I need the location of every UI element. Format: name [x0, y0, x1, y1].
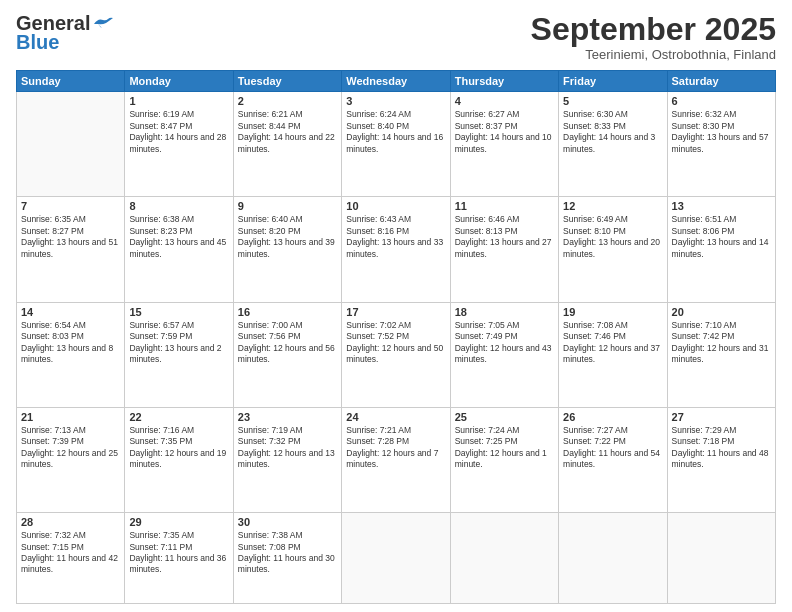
cell-details: Sunrise: 7:05 AMSunset: 7:49 PMDaylight:… — [455, 320, 554, 366]
calendar-cell: 19Sunrise: 7:08 AMSunset: 7:46 PMDayligh… — [559, 302, 667, 407]
cell-details: Sunrise: 6:43 AMSunset: 8:16 PMDaylight:… — [346, 214, 445, 260]
calendar-cell: 14Sunrise: 6:54 AMSunset: 8:03 PMDayligh… — [17, 302, 125, 407]
calendar-cell: 16Sunrise: 7:00 AMSunset: 7:56 PMDayligh… — [233, 302, 341, 407]
weekday-header-thursday: Thursday — [450, 71, 558, 92]
cell-details: Sunrise: 6:51 AMSunset: 8:06 PMDaylight:… — [672, 214, 771, 260]
day-number: 13 — [672, 200, 771, 212]
day-number: 22 — [129, 411, 228, 423]
calendar-cell: 1Sunrise: 6:19 AMSunset: 8:47 PMDaylight… — [125, 92, 233, 197]
week-row-5: 28Sunrise: 7:32 AMSunset: 7:15 PMDayligh… — [17, 513, 776, 604]
week-row-4: 21Sunrise: 7:13 AMSunset: 7:39 PMDayligh… — [17, 407, 776, 512]
calendar-cell: 18Sunrise: 7:05 AMSunset: 7:49 PMDayligh… — [450, 302, 558, 407]
title-area: September 2025 Teeriniemi, Ostrobothnia,… — [531, 12, 776, 62]
day-number: 3 — [346, 95, 445, 107]
day-number: 11 — [455, 200, 554, 212]
calendar-cell: 27Sunrise: 7:29 AMSunset: 7:18 PMDayligh… — [667, 407, 775, 512]
cell-details: Sunrise: 6:35 AMSunset: 8:27 PMDaylight:… — [21, 214, 120, 260]
day-number: 4 — [455, 95, 554, 107]
calendar-cell: 26Sunrise: 7:27 AMSunset: 7:22 PMDayligh… — [559, 407, 667, 512]
cell-details: Sunrise: 6:54 AMSunset: 8:03 PMDaylight:… — [21, 320, 120, 366]
cell-details: Sunrise: 6:19 AMSunset: 8:47 PMDaylight:… — [129, 109, 228, 155]
cell-details: Sunrise: 7:38 AMSunset: 7:08 PMDaylight:… — [238, 530, 337, 576]
day-number: 5 — [563, 95, 662, 107]
calendar-cell — [667, 513, 775, 604]
weekday-header-saturday: Saturday — [667, 71, 775, 92]
calendar-cell — [17, 92, 125, 197]
calendar-cell: 29Sunrise: 7:35 AMSunset: 7:11 PMDayligh… — [125, 513, 233, 604]
cell-details: Sunrise: 7:16 AMSunset: 7:35 PMDaylight:… — [129, 425, 228, 471]
day-number: 29 — [129, 516, 228, 528]
day-number: 28 — [21, 516, 120, 528]
day-number: 8 — [129, 200, 228, 212]
calendar-cell: 23Sunrise: 7:19 AMSunset: 7:32 PMDayligh… — [233, 407, 341, 512]
calendar-cell: 28Sunrise: 7:32 AMSunset: 7:15 PMDayligh… — [17, 513, 125, 604]
cell-details: Sunrise: 6:40 AMSunset: 8:20 PMDaylight:… — [238, 214, 337, 260]
logo-bird-icon — [92, 16, 114, 32]
logo-blue: Blue — [16, 31, 59, 54]
day-number: 18 — [455, 306, 554, 318]
calendar-cell: 13Sunrise: 6:51 AMSunset: 8:06 PMDayligh… — [667, 197, 775, 302]
cell-details: Sunrise: 6:24 AMSunset: 8:40 PMDaylight:… — [346, 109, 445, 155]
cell-details: Sunrise: 6:32 AMSunset: 8:30 PMDaylight:… — [672, 109, 771, 155]
page: General Blue September 2025 Teeriniemi, … — [0, 0, 792, 612]
day-number: 19 — [563, 306, 662, 318]
day-number: 16 — [238, 306, 337, 318]
week-row-2: 7Sunrise: 6:35 AMSunset: 8:27 PMDaylight… — [17, 197, 776, 302]
weekday-header-wednesday: Wednesday — [342, 71, 450, 92]
day-number: 14 — [21, 306, 120, 318]
cell-details: Sunrise: 7:02 AMSunset: 7:52 PMDaylight:… — [346, 320, 445, 366]
calendar-cell — [450, 513, 558, 604]
calendar-cell: 25Sunrise: 7:24 AMSunset: 7:25 PMDayligh… — [450, 407, 558, 512]
day-number: 24 — [346, 411, 445, 423]
calendar-cell: 4Sunrise: 6:27 AMSunset: 8:37 PMDaylight… — [450, 92, 558, 197]
calendar-cell: 12Sunrise: 6:49 AMSunset: 8:10 PMDayligh… — [559, 197, 667, 302]
calendar-cell: 7Sunrise: 6:35 AMSunset: 8:27 PMDaylight… — [17, 197, 125, 302]
day-number: 9 — [238, 200, 337, 212]
weekday-header-friday: Friday — [559, 71, 667, 92]
cell-details: Sunrise: 7:19 AMSunset: 7:32 PMDaylight:… — [238, 425, 337, 471]
day-number: 15 — [129, 306, 228, 318]
calendar-cell: 21Sunrise: 7:13 AMSunset: 7:39 PMDayligh… — [17, 407, 125, 512]
calendar-cell: 20Sunrise: 7:10 AMSunset: 7:42 PMDayligh… — [667, 302, 775, 407]
header: General Blue September 2025 Teeriniemi, … — [16, 12, 776, 62]
week-row-3: 14Sunrise: 6:54 AMSunset: 8:03 PMDayligh… — [17, 302, 776, 407]
day-number: 7 — [21, 200, 120, 212]
cell-details: Sunrise: 7:24 AMSunset: 7:25 PMDaylight:… — [455, 425, 554, 471]
calendar-cell: 24Sunrise: 7:21 AMSunset: 7:28 PMDayligh… — [342, 407, 450, 512]
cell-details: Sunrise: 7:27 AMSunset: 7:22 PMDaylight:… — [563, 425, 662, 471]
weekday-header-tuesday: Tuesday — [233, 71, 341, 92]
day-number: 21 — [21, 411, 120, 423]
calendar-cell: 10Sunrise: 6:43 AMSunset: 8:16 PMDayligh… — [342, 197, 450, 302]
day-number: 30 — [238, 516, 337, 528]
day-number: 1 — [129, 95, 228, 107]
cell-details: Sunrise: 7:00 AMSunset: 7:56 PMDaylight:… — [238, 320, 337, 366]
day-number: 12 — [563, 200, 662, 212]
day-number: 23 — [238, 411, 337, 423]
weekday-header-row: SundayMondayTuesdayWednesdayThursdayFrid… — [17, 71, 776, 92]
day-number: 20 — [672, 306, 771, 318]
calendar-cell: 2Sunrise: 6:21 AMSunset: 8:44 PMDaylight… — [233, 92, 341, 197]
month-title: September 2025 — [531, 12, 776, 47]
cell-details: Sunrise: 6:49 AMSunset: 8:10 PMDaylight:… — [563, 214, 662, 260]
cell-details: Sunrise: 7:21 AMSunset: 7:28 PMDaylight:… — [346, 425, 445, 471]
calendar-cell: 15Sunrise: 6:57 AMSunset: 7:59 PMDayligh… — [125, 302, 233, 407]
day-number: 27 — [672, 411, 771, 423]
location: Teeriniemi, Ostrobothnia, Finland — [531, 47, 776, 62]
calendar-cell: 8Sunrise: 6:38 AMSunset: 8:23 PMDaylight… — [125, 197, 233, 302]
day-number: 10 — [346, 200, 445, 212]
cell-details: Sunrise: 6:21 AMSunset: 8:44 PMDaylight:… — [238, 109, 337, 155]
cell-details: Sunrise: 6:46 AMSunset: 8:13 PMDaylight:… — [455, 214, 554, 260]
calendar-cell: 5Sunrise: 6:30 AMSunset: 8:33 PMDaylight… — [559, 92, 667, 197]
calendar-cell: 6Sunrise: 6:32 AMSunset: 8:30 PMDaylight… — [667, 92, 775, 197]
calendar-cell: 11Sunrise: 6:46 AMSunset: 8:13 PMDayligh… — [450, 197, 558, 302]
week-row-1: 1Sunrise: 6:19 AMSunset: 8:47 PMDaylight… — [17, 92, 776, 197]
calendar-cell: 17Sunrise: 7:02 AMSunset: 7:52 PMDayligh… — [342, 302, 450, 407]
cell-details: Sunrise: 7:29 AMSunset: 7:18 PMDaylight:… — [672, 425, 771, 471]
cell-details: Sunrise: 7:13 AMSunset: 7:39 PMDaylight:… — [21, 425, 120, 471]
cell-details: Sunrise: 6:38 AMSunset: 8:23 PMDaylight:… — [129, 214, 228, 260]
cell-details: Sunrise: 7:08 AMSunset: 7:46 PMDaylight:… — [563, 320, 662, 366]
weekday-header-monday: Monday — [125, 71, 233, 92]
cell-details: Sunrise: 6:27 AMSunset: 8:37 PMDaylight:… — [455, 109, 554, 155]
cell-details: Sunrise: 6:30 AMSunset: 8:33 PMDaylight:… — [563, 109, 662, 155]
calendar-cell: 22Sunrise: 7:16 AMSunset: 7:35 PMDayligh… — [125, 407, 233, 512]
